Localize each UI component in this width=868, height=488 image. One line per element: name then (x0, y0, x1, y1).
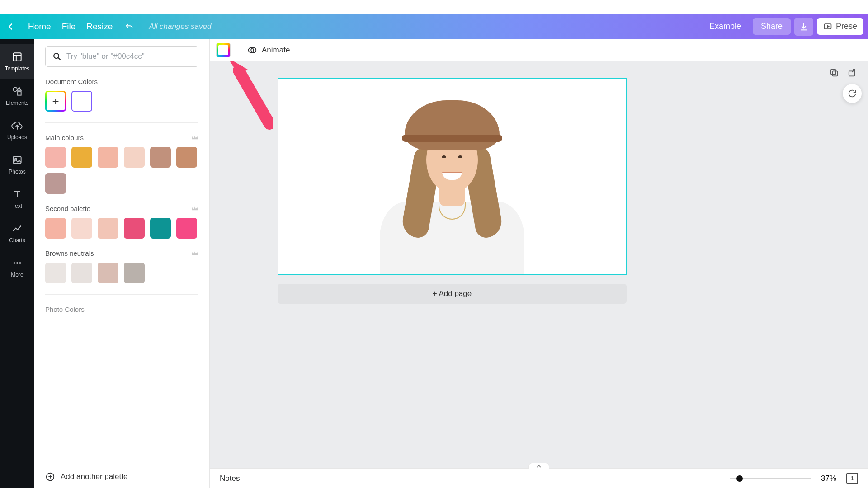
share-button[interactable]: Share (753, 18, 791, 35)
present-label: Prese (836, 22, 857, 31)
main-swatch-4[interactable] (150, 147, 171, 168)
export-page-button[interactable] (847, 68, 857, 78)
browns-neutrals-title: Browns neutrals (45, 249, 94, 257)
notes-toggle[interactable] (528, 463, 549, 469)
svg-point-12 (54, 53, 59, 58)
nav-elements[interactable]: Elements (0, 79, 34, 113)
duplicate-page-button[interactable] (829, 68, 839, 78)
left-nav: Templates Elements Uploads Photos Text C… (0, 39, 34, 488)
nav-charts-label: Charts (9, 237, 25, 244)
nav-more[interactable]: More (0, 250, 34, 285)
add-palette-label: Add another palette (61, 472, 127, 481)
present-button[interactable]: Prese (817, 18, 863, 35)
color-search-input[interactable] (66, 52, 192, 61)
uploads-icon (11, 120, 23, 131)
canvas-toolbar: Animate (210, 39, 868, 61)
svg-point-9 (14, 262, 15, 264)
second-swatch-5[interactable] (176, 218, 197, 239)
crown-icon (191, 250, 198, 257)
nav-templates-label: Templates (5, 66, 30, 72)
svg-line-24 (239, 70, 269, 124)
refresh-button[interactable] (843, 84, 862, 103)
background-color-button[interactable] (216, 43, 231, 57)
canvas-area: + Add page (210, 61, 868, 468)
home-link[interactable]: Home (28, 22, 51, 32)
elements-icon (11, 85, 23, 97)
browns-swatch-2[interactable] (98, 263, 118, 283)
svg-marker-23 (228, 61, 248, 75)
crown-icon (191, 135, 198, 141)
notes-button[interactable]: Notes (220, 474, 240, 483)
add-palette-button[interactable]: Add another palette (34, 465, 209, 488)
nav-text-label: Text (12, 203, 22, 209)
crown-icon (191, 206, 198, 212)
nav-text[interactable]: Text (0, 182, 34, 216)
canvas-page[interactable] (278, 78, 627, 275)
browns-swatch-1[interactable] (71, 263, 92, 283)
save-status: All changes saved (149, 22, 211, 31)
svg-rect-2 (13, 53, 21, 61)
nav-uploads-label: Uploads (7, 134, 27, 141)
file-menu[interactable]: File (62, 22, 76, 32)
search-icon (52, 52, 62, 61)
svg-point-11 (19, 262, 21, 264)
svg-rect-4 (18, 92, 21, 95)
color-search[interactable] (45, 46, 198, 67)
swatch-white[interactable] (71, 91, 92, 112)
animate-icon (247, 45, 257, 55)
second-swatch-4[interactable] (150, 218, 171, 239)
page-indicator[interactable]: 1 (846, 473, 858, 484)
undo-button[interactable] (123, 21, 135, 33)
nav-templates[interactable]: Templates (0, 44, 34, 79)
second-swatch-2[interactable] (98, 218, 118, 239)
add-page-button[interactable]: + Add page (278, 284, 627, 304)
nav-uploads[interactable]: Uploads (0, 113, 34, 147)
zoom-slider[interactable] (730, 478, 811, 479)
svg-rect-20 (831, 70, 836, 75)
more-icon (11, 257, 23, 269)
example-label[interactable]: Example (701, 18, 749, 35)
svg-point-10 (16, 262, 18, 264)
nav-more-label: More (11, 272, 23, 278)
second-swatch-3[interactable] (124, 218, 145, 239)
animate-button[interactable]: Animate (247, 45, 290, 55)
app-header: Home File Resize All changes saved Examp… (0, 14, 868, 39)
photos-icon (11, 154, 23, 166)
svg-marker-5 (17, 87, 21, 90)
main-swatch-6[interactable] (45, 173, 66, 194)
top-spacer (0, 0, 868, 14)
back-button[interactable] (5, 20, 17, 33)
person-image[interactable] (380, 93, 524, 274)
chevron-up-icon (536, 465, 542, 468)
palette-plus-icon (45, 472, 55, 482)
annotation-arrow (219, 61, 273, 136)
svg-rect-19 (832, 71, 837, 76)
add-color-button[interactable]: + (45, 91, 66, 112)
zoom-percent[interactable]: 37% (821, 474, 836, 483)
main-swatch-0[interactable] (45, 147, 66, 168)
svg-marker-1 (827, 25, 829, 27)
browns-swatch-0[interactable] (45, 263, 66, 283)
nav-elements-label: Elements (6, 100, 28, 106)
browns-swatch-3[interactable] (124, 263, 145, 283)
second-swatch-1[interactable] (71, 218, 92, 239)
main-swatch-2[interactable] (98, 147, 118, 168)
second-palette-title: Second palette (45, 205, 90, 212)
notes-bar: Notes 37% 1 (210, 468, 868, 488)
color-panel: Document Colors + Main colours Second pa… (34, 39, 210, 488)
resize-button[interactable]: Resize (86, 22, 113, 32)
main-colours-title: Main colours (45, 134, 84, 141)
second-swatch-0[interactable] (45, 218, 66, 239)
main-swatch-3[interactable] (124, 147, 145, 168)
download-button[interactable] (794, 18, 813, 36)
text-icon (11, 188, 23, 200)
photo-colors-title: Photo Colors (45, 305, 198, 313)
main-swatch-5[interactable] (176, 147, 197, 168)
animate-label: Animate (262, 46, 290, 55)
zoom-thumb[interactable] (736, 475, 743, 482)
templates-icon (11, 51, 23, 63)
svg-rect-7 (13, 156, 21, 163)
nav-photos[interactable]: Photos (0, 147, 34, 182)
main-swatch-1[interactable] (71, 147, 92, 168)
nav-charts[interactable]: Charts (0, 216, 34, 250)
